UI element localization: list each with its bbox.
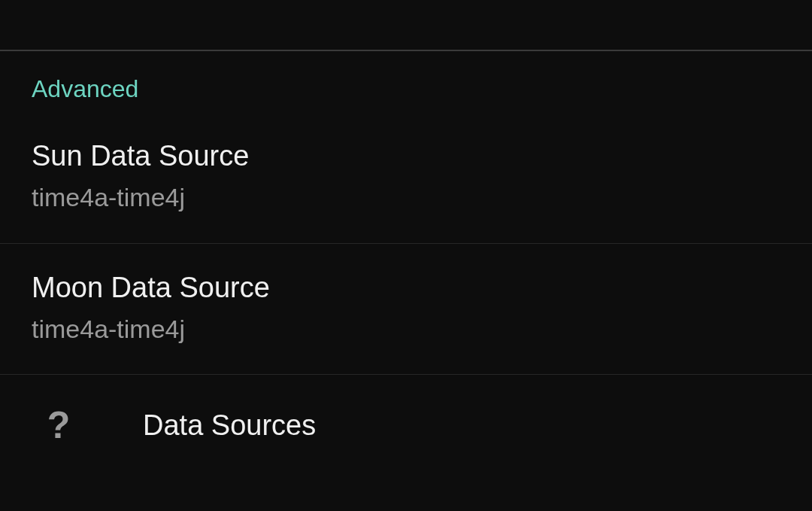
setting-sun-data-source[interactable]: Sun Data Source time4a-time4j bbox=[0, 112, 812, 244]
setting-title: Sun Data Source bbox=[32, 138, 780, 175]
section-header-advanced: Advanced bbox=[0, 51, 812, 112]
setting-subtitle: time4a-time4j bbox=[32, 181, 780, 214]
info-data-sources[interactable]: ? Data Sources bbox=[0, 375, 812, 476]
info-title: Data Sources bbox=[143, 409, 316, 442]
setting-subtitle: time4a-time4j bbox=[32, 312, 780, 345]
setting-title: Moon Data Source bbox=[32, 269, 780, 306]
setting-moon-data-source[interactable]: Moon Data Source time4a-time4j bbox=[0, 244, 812, 376]
help-icon: ? bbox=[44, 403, 74, 447]
top-spacer bbox=[0, 0, 812, 51]
